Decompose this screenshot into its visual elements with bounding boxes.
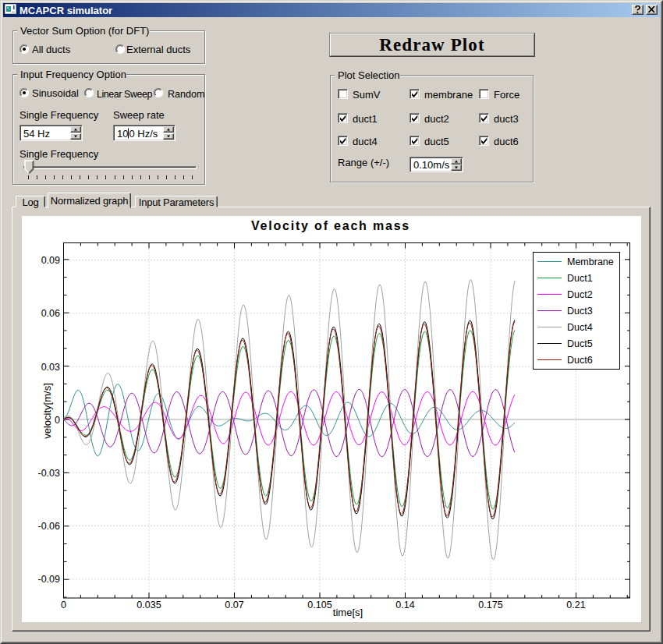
svg-text:0.09: 0.09 xyxy=(41,255,60,266)
svg-text:Duct3: Duct3 xyxy=(567,306,593,317)
svg-text:0.03: 0.03 xyxy=(41,362,60,373)
svg-text:0.14: 0.14 xyxy=(395,600,414,610)
svg-text:Duct6: Duct6 xyxy=(567,355,593,366)
svg-text:0.035: 0.035 xyxy=(136,600,161,610)
svg-text:-0.03: -0.03 xyxy=(38,468,61,479)
svg-text:Duct2: Duct2 xyxy=(567,289,593,300)
svg-text:0.105: 0.105 xyxy=(307,600,332,610)
svg-text:-0.06: -0.06 xyxy=(38,521,61,532)
svg-text:Duct4: Duct4 xyxy=(567,322,593,333)
svg-text:0.06: 0.06 xyxy=(41,308,60,319)
svg-text:Duct5: Duct5 xyxy=(567,338,593,349)
svg-text:velocity[m/s]: velocity[m/s] xyxy=(41,383,53,439)
svg-text:Velocity of each mass: Velocity of each mass xyxy=(251,219,410,232)
svg-text:Membrane: Membrane xyxy=(567,257,614,267)
svg-text:0: 0 xyxy=(61,600,66,610)
svg-text:0.21: 0.21 xyxy=(566,600,585,610)
svg-text:0: 0 xyxy=(55,415,60,426)
svg-text:time[s]: time[s] xyxy=(333,607,363,618)
svg-text:Duct1: Duct1 xyxy=(567,273,593,284)
svg-text:0.175: 0.175 xyxy=(478,600,502,610)
svg-text:0.07: 0.07 xyxy=(225,600,243,610)
svg-text:-0.09: -0.09 xyxy=(38,574,61,585)
